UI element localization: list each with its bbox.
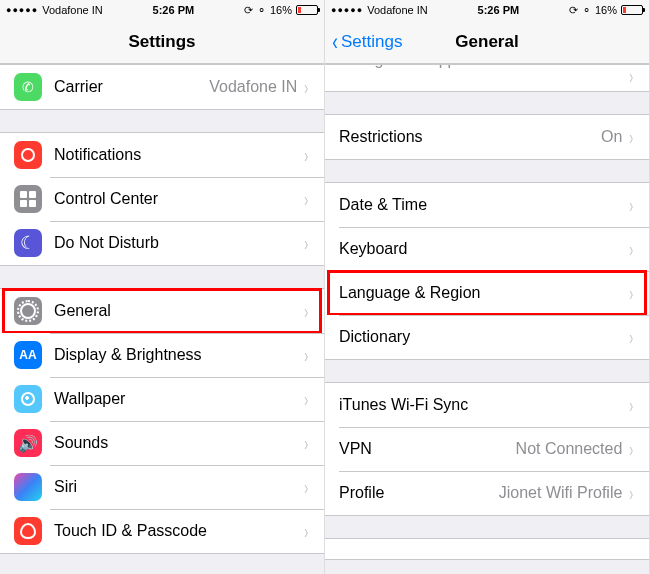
battery-icon: [621, 5, 643, 15]
display-icon: AA: [14, 341, 42, 369]
battery-percent: 16%: [270, 4, 292, 16]
row-do-not-disturb[interactable]: ☾ Do Not Disturb ›: [0, 221, 324, 265]
chevron-right-icon: ›: [305, 476, 309, 499]
chevron-right-icon: ›: [305, 344, 309, 367]
row-label: Control Center: [54, 190, 158, 208]
row-carrier[interactable]: ✆ Carrier Vodafone IN ›: [0, 65, 324, 109]
chevron-right-icon: ›: [630, 482, 634, 505]
row-label: Language & Region: [339, 284, 480, 302]
nav-bar: ‹ Settings General: [325, 20, 649, 64]
battery-icon: [296, 5, 318, 15]
row-vpn[interactable]: VPN Not Connected ›: [325, 427, 649, 471]
row-partial-next[interactable]: [325, 539, 649, 559]
row-date-time[interactable]: Date & Time ›: [325, 183, 649, 227]
row-language-region[interactable]: Language & Region ›: [325, 271, 649, 315]
chevron-right-icon: ›: [630, 194, 634, 217]
general-list[interactable]: Background App Refresh › Restrictions On…: [325, 64, 649, 574]
row-label: Keyboard: [339, 240, 408, 258]
row-label: VPN: [339, 440, 372, 458]
row-label: Restrictions: [339, 128, 423, 146]
row-label: Profile: [339, 484, 384, 502]
row-label: Background App Refresh: [339, 65, 517, 69]
status-time: 5:26 PM: [478, 4, 520, 16]
settings-list[interactable]: ✆ Carrier Vodafone IN › Notifications › …: [0, 64, 324, 574]
chevron-right-icon: ›: [630, 438, 634, 461]
row-label: iTunes Wi-Fi Sync: [339, 396, 468, 414]
control-center-icon: [14, 185, 42, 213]
row-general[interactable]: General ›: [0, 289, 324, 333]
page-title: Settings: [0, 32, 324, 52]
left-screenshot: ●●●●● Vodafone IN 5:26 PM ⟳ ⚬ 16% Settin…: [0, 0, 325, 574]
chevron-right-icon: ›: [305, 232, 309, 255]
moon-icon: ☾: [14, 229, 42, 257]
status-time: 5:26 PM: [153, 4, 195, 16]
carrier-name: Vodafone IN: [367, 4, 428, 16]
chevron-right-icon: ›: [305, 520, 309, 543]
row-touch-id[interactable]: Touch ID & Passcode ›: [0, 509, 324, 553]
row-restrictions[interactable]: Restrictions On ›: [325, 115, 649, 159]
notifications-icon: [14, 141, 42, 169]
row-label: Wallpaper: [54, 390, 125, 408]
gear-icon: [14, 297, 42, 325]
bluetooth-icon: ⚬: [257, 4, 266, 17]
chevron-right-icon: ›: [630, 126, 634, 149]
chevron-right-icon: ›: [630, 238, 634, 261]
back-label: Settings: [341, 32, 402, 52]
back-button[interactable]: ‹ Settings: [325, 30, 402, 54]
row-detail: Not Connected: [516, 440, 623, 458]
row-notifications[interactable]: Notifications ›: [0, 133, 324, 177]
row-label: General: [54, 302, 111, 320]
row-label: Date & Time: [339, 196, 427, 214]
chevron-right-icon: ›: [305, 388, 309, 411]
signal-dots-icon: ●●●●●: [331, 5, 363, 15]
chevron-right-icon: ›: [305, 188, 309, 211]
row-detail: Vodafone IN: [209, 78, 297, 96]
chevron-right-icon: ›: [630, 326, 634, 349]
chevron-right-icon: ›: [305, 144, 309, 167]
row-wallpaper[interactable]: Wallpaper ›: [0, 377, 324, 421]
row-label: Dictionary: [339, 328, 410, 346]
siri-icon: [14, 473, 42, 501]
row-label: Touch ID & Passcode: [54, 522, 207, 540]
row-detail: Jionet Wifi Profile: [499, 484, 623, 502]
status-bar: ●●●●● Vodafone IN 5:26 PM ⟳ ⚬ 16%: [325, 0, 649, 20]
rotation-lock-icon: ⟳: [244, 4, 253, 17]
rotation-lock-icon: ⟳: [569, 4, 578, 17]
row-label: Sounds: [54, 434, 108, 452]
row-control-center[interactable]: Control Center ›: [0, 177, 324, 221]
nav-bar: Settings: [0, 20, 324, 64]
row-keyboard[interactable]: Keyboard ›: [325, 227, 649, 271]
right-screenshot: ●●●●● Vodafone IN 5:26 PM ⟳ ⚬ 16% ‹ Sett…: [325, 0, 650, 574]
chevron-right-icon: ›: [630, 282, 634, 305]
speaker-icon: 🔊: [14, 429, 42, 457]
fingerprint-icon: [14, 517, 42, 545]
row-display-brightness[interactable]: AA Display & Brightness ›: [0, 333, 324, 377]
row-label: Notifications: [54, 146, 141, 164]
row-label: Siri: [54, 478, 77, 496]
signal-dots-icon: ●●●●●: [6, 5, 38, 15]
phone-icon: ✆: [14, 73, 42, 101]
chevron-right-icon: ›: [630, 65, 634, 88]
bluetooth-icon: ⚬: [582, 4, 591, 17]
status-bar: ●●●●● Vodafone IN 5:26 PM ⟳ ⚬ 16%: [0, 0, 324, 20]
row-profile[interactable]: Profile Jionet Wifi Profile ›: [325, 471, 649, 515]
row-background-app-refresh[interactable]: Background App Refresh ›: [325, 65, 649, 91]
row-sounds[interactable]: 🔊 Sounds ›: [0, 421, 324, 465]
battery-percent: 16%: [595, 4, 617, 16]
row-label: Display & Brightness: [54, 346, 202, 364]
chevron-right-icon: ›: [305, 300, 309, 323]
chevron-right-icon: ›: [305, 432, 309, 455]
row-label: Carrier: [54, 78, 103, 96]
carrier-name: Vodafone IN: [42, 4, 103, 16]
row-siri[interactable]: Siri ›: [0, 465, 324, 509]
row-detail: On: [601, 128, 622, 146]
row-dictionary[interactable]: Dictionary ›: [325, 315, 649, 359]
wallpaper-icon: [14, 385, 42, 413]
chevron-right-icon: ›: [305, 76, 309, 99]
row-label: Do Not Disturb: [54, 234, 159, 252]
chevron-right-icon: ›: [630, 394, 634, 417]
chevron-left-icon: ‹: [332, 30, 338, 54]
row-itunes-wifi-sync[interactable]: iTunes Wi-Fi Sync ›: [325, 383, 649, 427]
